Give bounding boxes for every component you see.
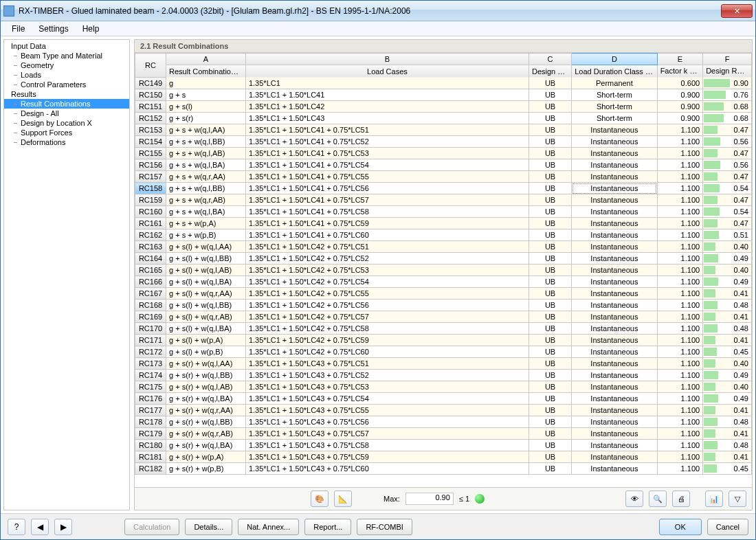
rc-cell[interactable]: RC180 [135, 440, 166, 451]
rc-cell[interactable]: RC176 [135, 393, 166, 405]
rc-cell[interactable]: RC157 [135, 171, 166, 183]
tool-scale-icon[interactable]: 📐 [334, 491, 352, 507]
tree-item[interactable]: Loads [4, 70, 129, 80]
col-header-b[interactable]: Load Cases [245, 65, 529, 78]
results-table-wrap[interactable]: RCABCDEF Result Combination DescriptionL… [134, 52, 753, 488]
rc-cell[interactable]: RC161 [135, 218, 166, 229]
table-row[interactable]: RC164g + s(l) + w(q,l,BB)1.35*LC1 + 1.50… [135, 253, 752, 265]
rc-cell[interactable]: RC168 [135, 300, 166, 311]
table-row[interactable]: RC170g + s(l) + w(q,l,BA)1.35*LC1 + 1.50… [135, 323, 752, 335]
table-row[interactable]: RC172g + s(l) + w(p,B)1.35*LC1 + 1.50*LC… [135, 346, 752, 358]
col-rc-header[interactable]: RC [135, 54, 166, 78]
table-row[interactable]: RC149g1.35*LC1UBPermanent0.6000.90 [135, 78, 752, 89]
rc-cell[interactable]: RC164 [135, 253, 166, 265]
rc-cell[interactable]: RC162 [135, 229, 166, 241]
tool-color-icon[interactable]: 🎨 [311, 491, 329, 507]
nav-tree[interactable]: Input DataBeam Type and MaterialGeometry… [3, 39, 130, 510]
rc-cell[interactable]: RC163 [135, 241, 166, 253]
tool-view2-icon[interactable]: 🔍 [649, 491, 667, 507]
tree-item[interactable]: Control Parameters [4, 80, 129, 89]
tool-view1-icon[interactable]: 👁 [625, 491, 643, 507]
tree-group[interactable]: Results [4, 89, 129, 99]
report-button[interactable]: Report... [304, 519, 351, 535]
table-row[interactable]: RC159g + s + w(q,r,AB)1.35*LC1 + 1.50*LC… [135, 194, 752, 206]
next-button[interactable]: ▶ [54, 519, 72, 535]
tree-item[interactable]: Deformations [4, 137, 129, 147]
table-row[interactable]: RC179g + s(r) + w(q,r,AB)1.35*LC1 + 1.50… [135, 428, 752, 440]
rc-cell[interactable]: RC173 [135, 358, 166, 370]
table-row[interactable]: RC156g + s + w(q,l,BA)1.35*LC1 + 1.50*LC… [135, 159, 752, 171]
table-row[interactable]: RC177g + s(r) + w(q,r,AA)1.35*LC1 + 1.50… [135, 405, 752, 416]
col-header-d[interactable]: Load Duration Class (LDC) [572, 65, 657, 78]
tree-item[interactable]: Support Forces [4, 128, 129, 137]
rc-cell[interactable]: RC181 [135, 451, 166, 463]
table-row[interactable]: RC182g + s(r) + w(p,B)1.35*LC1 + 1.50*LC… [135, 463, 752, 475]
rc-cell[interactable]: RC167 [135, 288, 166, 300]
rc-cell[interactable]: RC160 [135, 206, 166, 218]
ok-button[interactable]: OK [659, 519, 702, 535]
tool-filter-icon[interactable]: ▽ [729, 491, 746, 507]
table-row[interactable]: RC181g + s(r) + w(p,A)1.35*LC1 + 1.50*LC… [135, 451, 752, 463]
table-row[interactable]: RC158g + s + w(q,l,BB)1.35*LC1 + 1.50*LC… [135, 183, 752, 194]
col-letter[interactable]: F [703, 54, 752, 65]
table-row[interactable]: RC154g + s + w(q,l,BB)1.35*LC1 + 1.50*LC… [135, 136, 752, 148]
tree-item[interactable]: Geometry [4, 60, 129, 70]
table-row[interactable]: RC180g + s(r) + w(q,l,BA)1.35*LC1 + 1.50… [135, 440, 752, 451]
rc-cell[interactable]: RC174 [135, 370, 166, 381]
table-row[interactable]: RC167g + s(l) + w(q,r,AA)1.35*LC1 + 1.50… [135, 288, 752, 300]
tree-group[interactable]: Input Data [4, 41, 129, 51]
rf-combi-button[interactable]: RF-COMBI [357, 519, 412, 535]
table-row[interactable]: RC165g + s(l) + w(q,l,AB)1.35*LC1 + 1.50… [135, 265, 752, 276]
rc-cell[interactable]: RC150 [135, 89, 166, 101]
calculation-button[interactable]: Calculation [124, 519, 179, 535]
table-row[interactable]: RC166g + s(l) + w(q,l,BA)1.35*LC1 + 1.50… [135, 276, 752, 288]
prev-button[interactable]: ◀ [31, 519, 49, 535]
table-row[interactable]: RC162g + s + w(p,B)1.35*LC1 + 1.50*LC41 … [135, 229, 752, 241]
menu-settings[interactable]: Settings [33, 23, 74, 35]
rc-cell[interactable]: RC179 [135, 428, 166, 440]
tool-print-icon[interactable]: 🖨 [672, 491, 690, 507]
rc-cell[interactable]: RC177 [135, 405, 166, 416]
rc-cell[interactable]: RC175 [135, 381, 166, 393]
table-row[interactable]: RC178g + s(r) + w(q,l,BB)1.35*LC1 + 1.50… [135, 416, 752, 428]
table-row[interactable]: RC160g + s + w(q,l,BA)1.35*LC1 + 1.50*LC… [135, 206, 752, 218]
nat-annex-button[interactable]: Nat. Annex... [238, 519, 299, 535]
table-row[interactable]: RC173g + s(r) + w(q,l,AA)1.35*LC1 + 1.50… [135, 358, 752, 370]
rc-cell[interactable]: RC159 [135, 194, 166, 206]
table-row[interactable]: RC169g + s(l) + w(q,r,AB)1.35*LC1 + 1.50… [135, 311, 752, 323]
col-letter[interactable]: D [572, 54, 657, 65]
help-button[interactable]: ? [8, 519, 25, 535]
tree-item[interactable]: Design - All [4, 109, 129, 118]
rc-cell[interactable]: RC158 [135, 183, 166, 194]
rc-cell[interactable]: RC172 [135, 346, 166, 358]
rc-cell[interactable]: RC169 [135, 311, 166, 323]
rc-cell[interactable]: RC182 [135, 463, 166, 475]
table-row[interactable]: RC155g + s + w(q,l,AB)1.35*LC1 + 1.50*LC… [135, 148, 752, 159]
rc-cell[interactable]: RC152 [135, 113, 166, 124]
tree-item[interactable]: Design by Location X [4, 118, 129, 128]
rc-cell[interactable]: RC166 [135, 276, 166, 288]
rc-cell[interactable]: RC155 [135, 148, 166, 159]
menu-file[interactable]: File [6, 23, 30, 35]
rc-cell[interactable]: RC156 [135, 159, 166, 171]
details-button[interactable]: Details... [185, 519, 232, 535]
cancel-button[interactable]: Cancel [707, 519, 748, 535]
table-row[interactable]: RC151g + s(l)1.35*LC1 + 1.50*LC42UBShort… [135, 101, 752, 113]
col-letter[interactable]: C [529, 54, 571, 65]
rc-cell[interactable]: RC171 [135, 335, 166, 346]
col-letter[interactable]: A [166, 54, 246, 65]
menu-help[interactable]: Help [77, 23, 105, 35]
table-row[interactable]: RC153g + s + w(q,l,AA)1.35*LC1 + 1.50*LC… [135, 124, 752, 136]
table-row[interactable]: RC171g + s(l) + w(p,A)1.35*LC1 + 1.50*LC… [135, 335, 752, 346]
col-header-f[interactable]: Design Ratio η max [703, 65, 752, 78]
tool-export-icon[interactable]: 📊 [705, 491, 723, 507]
tree-item[interactable]: Result Combinations [4, 99, 129, 109]
table-row[interactable]: RC163g + s(l) + w(q,l,AA)1.35*LC1 + 1.50… [135, 241, 752, 253]
tree-item[interactable]: Beam Type and Material [4, 51, 129, 60]
col-letter[interactable]: E [657, 54, 703, 65]
table-row[interactable]: RC176g + s(r) + w(q,l,BA)1.35*LC1 + 1.50… [135, 393, 752, 405]
rc-cell[interactable]: RC178 [135, 416, 166, 428]
rc-cell[interactable]: RC153 [135, 124, 166, 136]
table-row[interactable]: RC175g + s(r) + w(q,l,AB)1.35*LC1 + 1.50… [135, 381, 752, 393]
table-row[interactable]: RC150g + s1.35*LC1 + 1.50*LC41UBShort-te… [135, 89, 752, 101]
